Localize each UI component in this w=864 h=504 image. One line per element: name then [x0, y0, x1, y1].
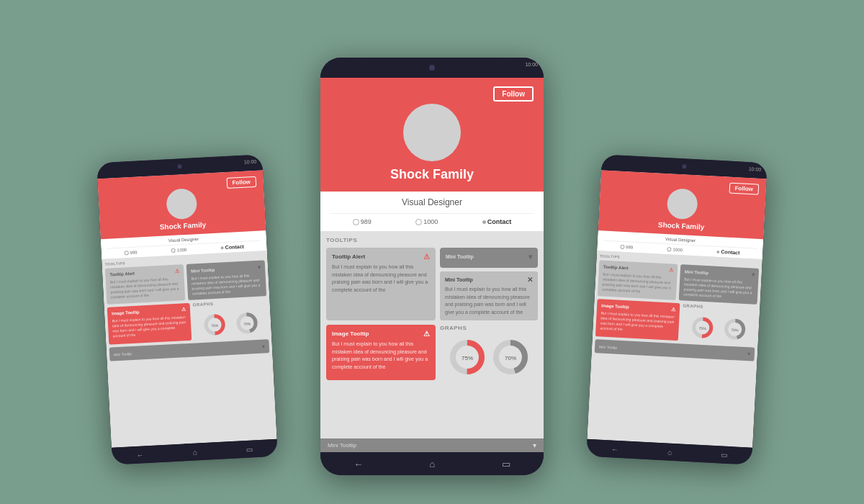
graphs-container-center: GRAPHS 75% 70%: [440, 325, 538, 380]
mini-tooltip2-label-left: Mini Tooltip: [114, 351, 132, 356]
donut2-right: 70%: [723, 317, 747, 341]
tooltip-alert-text-left: But I must explain to you how all this m…: [110, 276, 181, 300]
screen-center: Follow Shock Family Visual Designer 989 …: [320, 78, 544, 438]
tooltip-alert-center: Tooltip Alert ⚠ But I must explain to yo…: [326, 248, 436, 320]
graphs-section-right: 75% 70%: [681, 312, 757, 344]
warn-icon-left: ⚠: [175, 268, 179, 274]
stat-circle2-left: [171, 248, 176, 252]
profile-header-right: Follow Shock Family: [598, 170, 767, 239]
image-tooltip-text-right: But I must explain to you how all this m…: [600, 310, 675, 334]
donut2-left: 70%: [235, 311, 260, 336]
tooltip-row1-left: Tooltip Alert ⚠ But I must explain to yo…: [105, 260, 266, 305]
tooltip-row1-right: Tooltip Alert ⚠ But I must explain to yo…: [598, 260, 759, 305]
mini-tooltip-bar-label: Mini Tooltip: [328, 442, 356, 449]
follow-button-left[interactable]: Follow: [226, 176, 256, 189]
home-icon-center[interactable]: ⌂: [430, 459, 436, 469]
tooltip-alert-left: Tooltip Alert ⚠ But I must explain to yo…: [105, 264, 185, 305]
warn-icon-red-center: ⚠: [423, 330, 430, 338]
dot-center: [482, 220, 486, 224]
image-tooltip-title-center: Image Tooltip ⚠: [332, 330, 430, 338]
stat-count2-right: 1000: [667, 247, 683, 252]
graphs-section-left: 75% 70%: [193, 307, 269, 340]
graphs-wrap-right: GRAPHS 75% 70%: [681, 303, 757, 344]
stat-count1-left: 989: [124, 250, 137, 255]
mini-tooltip-header-center: Mini Tooltip ▾: [446, 253, 532, 261]
dot-left: [221, 246, 224, 249]
profile-header-center: Follow Shock Family: [320, 78, 544, 192]
mini-tooltip-expanded-header: Mini Tooltip ✕: [445, 276, 533, 284]
status-bar-center: 10:00: [525, 62, 538, 67]
mini-tooltip-bar-center: Mini Tooltip ▾: [320, 438, 544, 452]
svg-text:75%: 75%: [462, 355, 473, 361]
svg-text:70%: 70%: [243, 321, 251, 326]
follow-button-center[interactable]: Follow: [493, 86, 534, 102]
phone-center: 10:00 Follow Shock Family Visual Designe…: [320, 58, 544, 475]
image-tooltip-right: Image Tooltip ⚠ But I must explain to yo…: [595, 299, 680, 341]
image-tooltip-text-left: But I must explain to you how all this m…: [112, 315, 187, 338]
tooltip-alert-right: Tooltip Alert ⚠ But I must explain to yo…: [598, 260, 678, 300]
stat-circle2-center: [415, 219, 422, 225]
dot-right: [716, 250, 719, 253]
svg-text:75%: 75%: [698, 326, 706, 331]
dropdown-icon-left: ▾: [258, 264, 261, 271]
stat-circle1-right: [620, 244, 624, 248]
stat-contact-center: Contact: [482, 218, 512, 225]
donut1-left: 75%: [202, 312, 227, 337]
phone-top-bar-center: 10:00: [320, 58, 544, 78]
profile-header-left: Follow Shock Family: [97, 170, 266, 239]
mini-tooltip2-label-right: Mini Tooltip: [599, 344, 617, 349]
profile-name-center: Shock Family: [330, 167, 534, 182]
dropdown2-left: ▾: [262, 343, 265, 349]
graphs-label-left: GRAPHS: [193, 299, 267, 307]
mini-tooltip-right: Mini Tooltip ▾ But I must explain to you…: [679, 264, 759, 305]
tooltips-section-left: TOOLTIPS Tooltip Alert ⚠ But I must expl…: [102, 251, 276, 448]
tooltips-label-center: TOOLTIPS: [326, 237, 538, 243]
warn-icon-red-right: ⚠: [671, 307, 675, 312]
svg-text:70%: 70%: [732, 328, 739, 333]
follow-button-right[interactable]: Follow: [729, 183, 759, 195]
graphs-section-center: 75% 70%: [440, 334, 538, 380]
recent-icon-right[interactable]: ▭: [721, 451, 728, 459]
stat-count1-center: 989: [353, 218, 372, 225]
dropdown-center: ▾: [528, 253, 532, 261]
dropdown-icon-right: ▾: [751, 271, 754, 278]
dropdown-bottom-center: ▾: [533, 441, 536, 449]
profile-role-center: Visual Designer: [330, 197, 534, 207]
avatar-left: [166, 188, 197, 220]
mini-tooltip-expanded-text: But I must explain to you how all this m…: [445, 286, 533, 316]
phone-right: 10:00 Follow Shock Family Visual Designe…: [586, 154, 768, 464]
graphs-wrap-left: GRAPHS 75% 70%: [193, 299, 269, 340]
close-icon-center[interactable]: ✕: [527, 276, 533, 284]
tooltips-section-right: TOOLTIPS Tooltip Alert ⚠ But I must expl…: [587, 251, 762, 448]
back-icon-right[interactable]: ←: [611, 445, 619, 454]
graphs-label-right: GRAPHS: [683, 303, 757, 311]
tooltips-section-center: TOOLTIPS Tooltip Alert ⚠ But I must expl…: [320, 231, 544, 438]
avatar-right: [667, 188, 698, 220]
tooltip-row2-left: Image Tooltip ⚠ But I must explain to yo…: [107, 299, 269, 345]
home-icon-left[interactable]: ⌂: [193, 448, 198, 456]
image-tooltip-text-center: But I must explain to you how all this m…: [332, 341, 430, 371]
home-icon-right[interactable]: ⌂: [667, 448, 672, 456]
mini-tooltip-expanded-title: Mini Tooltip: [445, 277, 473, 282]
tooltip-alert-text-right: But I must explain to you how all this m…: [602, 272, 672, 296]
warn-icon-center: ⚠: [423, 253, 430, 261]
screen-left: Follow Shock Family Visual Designer 989 …: [97, 170, 276, 448]
bottom-bar-center: ← ⌂ ▭: [320, 452, 544, 475]
recent-icon-left[interactable]: ▭: [246, 445, 253, 453]
camera-left: [177, 164, 181, 168]
tooltip-row1-center: Tooltip Alert ⚠ But I must explain to yo…: [326, 248, 538, 320]
stat-count1-right: 989: [620, 244, 633, 249]
mini-tooltip-text-left: But I must explain to you how all this m…: [192, 273, 262, 297]
back-icon-center[interactable]: ←: [354, 459, 363, 469]
stat-contact-left: Contact: [221, 244, 244, 251]
status-bar-left: 10:00: [244, 159, 257, 165]
tooltip-row2-right: Image Tooltip ⚠ But I must explain to yo…: [595, 299, 757, 345]
profile-name-left: Shock Family: [106, 218, 260, 234]
back-icon-left[interactable]: ←: [136, 451, 144, 459]
recent-icon-center[interactable]: ▭: [502, 459, 510, 469]
profile-name-right: Shock Family: [604, 218, 758, 234]
tooltip-row2-center: Image Tooltip ⚠ But I must explain to yo…: [326, 325, 538, 380]
image-tooltip-left: Image Tooltip ⚠ But I must explain to yo…: [107, 303, 192, 345]
mini-tooltip-left: Mini Tooltip ▾ But I must explain to you…: [186, 260, 266, 300]
stat-count2-center: 1000: [415, 218, 438, 225]
